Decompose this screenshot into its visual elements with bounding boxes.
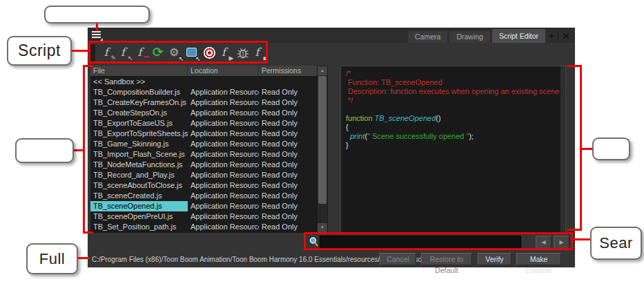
file-list-row[interactable]: TB_Import_Flash_Scene.jsApplication Reso… bbox=[90, 149, 317, 160]
file-list-row[interactable]: TB_Set_Position_path.jsApplication Resou… bbox=[90, 222, 317, 232]
column-header-permissions[interactable]: Permissions bbox=[259, 66, 314, 77]
callout-right-connector bbox=[582, 148, 592, 150]
cell-permissions[interactable]: Read Only bbox=[259, 129, 314, 139]
cell-permissions[interactable]: Read Only bbox=[259, 191, 314, 201]
cell-location[interactable]: Application Resources bbox=[188, 118, 259, 129]
scrollbar-thumb[interactable] bbox=[318, 76, 326, 204]
cell-permissions[interactable]: Read Only bbox=[259, 180, 314, 191]
cell-file[interactable]: TB_sceneOpenPreUI.js bbox=[90, 211, 188, 222]
cell-permissions[interactable]: Read Only bbox=[259, 97, 314, 108]
cell-location[interactable]: Application Resources bbox=[188, 160, 259, 170]
code-line: Function: TB_sceneOpened bbox=[346, 78, 565, 87]
file-list-row[interactable]: TB_sceneOpened.jsApplication ResourcesRe… bbox=[90, 201, 317, 211]
close-view-button[interactable]: ✕ bbox=[558, 29, 574, 43]
cell-location[interactable]: Application Resources bbox=[188, 222, 259, 232]
file-list-bracket-line bbox=[83, 65, 85, 234]
file-list-row[interactable]: TB_sceneOpenPreUI.jsApplication Resource… bbox=[90, 211, 317, 222]
callout-search: Sear bbox=[590, 227, 642, 260]
cell-file[interactable]: TB_CreateKeyFramesOn.js bbox=[90, 97, 188, 108]
file-list-row[interactable]: TB_CreateKeyFramesOn.jsApplication Resou… bbox=[90, 97, 317, 108]
cell-permissions[interactable]: Read Only bbox=[259, 170, 314, 180]
cell-location[interactable]: Application Resources bbox=[188, 180, 259, 191]
file-list-row[interactable]: TB_CompositionBuilder.jsApplication Reso… bbox=[90, 87, 317, 97]
cell-file[interactable]: TB_CreateStepsOn.js bbox=[90, 108, 188, 118]
editor-scroll-gutter[interactable] bbox=[560, 66, 565, 232]
cell-location[interactable]: Application Resources bbox=[188, 97, 259, 108]
cell-file[interactable]: TB_sceneOpened.js bbox=[90, 201, 188, 211]
cell-file[interactable]: TB_sceneCreated.js bbox=[90, 191, 188, 201]
editor-bracket-top bbox=[567, 65, 582, 67]
cell-location[interactable]: Application Resources bbox=[188, 139, 259, 149]
cell-permissions[interactable]: Read Only bbox=[259, 139, 314, 149]
add-view-button[interactable]: + bbox=[545, 29, 558, 43]
cell-permissions[interactable]: Read Only bbox=[259, 160, 314, 170]
tab-bar: Camera Drawing Script Editor + ✕ bbox=[406, 29, 574, 43]
verify-button[interactable]: Verify bbox=[478, 253, 511, 265]
tab-script-editor[interactable]: Script Editor bbox=[492, 29, 545, 43]
code-line: { bbox=[346, 123, 565, 132]
cell-permissions[interactable]: Read Only bbox=[259, 149, 314, 160]
panel-menu-icon[interactable] bbox=[92, 30, 103, 40]
cell-permissions[interactable]: Read Only bbox=[259, 118, 314, 129]
scroll-down-icon[interactable]: ▼ bbox=[318, 223, 327, 232]
file-list-row[interactable]: TB_sceneAboutToClose.jsApplication Resou… bbox=[90, 180, 317, 191]
tab-drawing[interactable]: Drawing bbox=[449, 31, 490, 43]
cancel-button[interactable]: Cancel bbox=[380, 253, 416, 265]
cell-file[interactable]: TB_CompositionBuilder.js bbox=[90, 87, 188, 97]
file-list-row[interactable]: TB_Record_and_Play.jsApplication Resourc… bbox=[90, 170, 317, 180]
cell-file[interactable]: TB_ExportToEaselJS.js bbox=[90, 118, 188, 129]
column-header-location[interactable]: Location bbox=[188, 66, 259, 77]
cell-file[interactable]: TB_Game_Skinning.js bbox=[90, 139, 188, 149]
cell-location[interactable]: Application Resources bbox=[188, 87, 259, 97]
cell-location[interactable]: Application Resources bbox=[188, 129, 259, 139]
callout-right bbox=[592, 138, 630, 160]
cell-file[interactable]: TB_sceneAboutToClose.js bbox=[90, 180, 188, 191]
cell-file[interactable]: TB_Record_and_Play.js bbox=[90, 170, 188, 180]
code-line: print(" Scene successfully opened "); bbox=[346, 132, 565, 141]
code-lines: /* Function: TB_sceneOpened Description:… bbox=[346, 69, 565, 150]
cell-file[interactable]: << Sandbox >> bbox=[90, 77, 188, 87]
cell-location[interactable]: Application Resources bbox=[188, 201, 259, 211]
cell-location[interactable] bbox=[188, 77, 259, 87]
cell-file[interactable]: TB_Set_Position_path.js bbox=[90, 222, 188, 232]
file-list-row[interactable]: TB_Game_Skinning.jsApplication Resources… bbox=[90, 139, 317, 149]
callout-search-connector bbox=[573, 238, 590, 240]
cell-permissions[interactable] bbox=[259, 77, 314, 87]
cell-location[interactable]: Application Resources bbox=[188, 191, 259, 201]
file-list-row[interactable]: TB_sceneCreated.jsApplication ResourcesR… bbox=[90, 191, 317, 201]
file-rows: << Sandbox >>TB_CompositionBuilder.jsApp… bbox=[90, 77, 317, 232]
cell-location[interactable]: Application Resources bbox=[188, 170, 259, 180]
cell-permissions[interactable]: Read Only bbox=[259, 211, 314, 222]
search-highlight bbox=[304, 232, 573, 250]
make-editable-button[interactable]: Make Editable bbox=[516, 253, 561, 265]
code-line: */ bbox=[346, 96, 565, 105]
file-list-row[interactable]: TB_ExportToSpriteSheets.jsApplication Re… bbox=[90, 129, 317, 139]
cell-location[interactable]: Application Resources bbox=[188, 211, 259, 222]
cell-file[interactable]: TB_Import_Flash_Scene.js bbox=[90, 149, 188, 160]
code-editor[interactable]: /* Function: TB_sceneOpened Description:… bbox=[340, 66, 566, 233]
file-list-row[interactable]: TB_NodeMetaFunctions.jsApplication Resou… bbox=[90, 160, 317, 170]
callout-full-connector bbox=[78, 257, 90, 259]
file-list-row[interactable]: TB_ExportToEaselJS.jsApplication Resourc… bbox=[90, 118, 317, 129]
file-list-row[interactable]: TB_CreateStepsOn.jsApplication Resources… bbox=[90, 108, 317, 118]
cell-permissions[interactable]: Read Only bbox=[259, 201, 314, 211]
code-line: function TB_sceneOpened() bbox=[346, 114, 565, 123]
cell-permissions[interactable]: Read Only bbox=[259, 87, 314, 97]
tab-camera[interactable]: Camera bbox=[408, 31, 447, 43]
cell-permissions[interactable]: Read Only bbox=[259, 108, 314, 118]
column-header-file[interactable]: File bbox=[90, 66, 188, 77]
file-list-scrollbar[interactable]: ▲ ▼ bbox=[317, 66, 328, 233]
restore-to-default-button[interactable]: Restore to Default bbox=[421, 253, 472, 265]
cell-location[interactable]: Application Resources bbox=[188, 149, 259, 160]
callout-script-connector bbox=[72, 50, 88, 52]
file-list-row[interactable]: << Sandbox >> bbox=[90, 77, 317, 87]
cell-file[interactable]: TB_ExportToSpriteSheets.js bbox=[90, 129, 188, 139]
scroll-up-icon[interactable]: ▲ bbox=[318, 66, 327, 75]
cell-location[interactable]: Application Resources bbox=[188, 108, 259, 118]
cell-permissions[interactable]: Read Only bbox=[259, 222, 314, 232]
code-line: /* bbox=[346, 69, 565, 78]
footer-bar: C:/Program Files (x86)/Toon Boom Animati… bbox=[88, 250, 575, 267]
callout-left bbox=[15, 138, 74, 163]
code-line: } bbox=[346, 141, 565, 150]
cell-file[interactable]: TB_NodeMetaFunctions.js bbox=[90, 160, 188, 170]
